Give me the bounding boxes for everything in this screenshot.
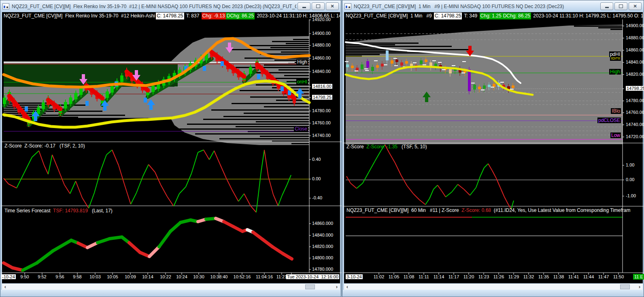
- chart-header: NQZ23_FUT_CME [CV][M] Flex Renko Inv 35-…: [3, 13, 340, 19]
- scroll-right-arrow-icon[interactable]: ›: [334, 284, 340, 290]
- scroll-left-arrow-icon[interactable]: ‹: [2, 284, 9, 290]
- time-axis-label: 11:21: [276, 274, 287, 279]
- price-axis-label: 14920.00: [312, 17, 331, 22]
- restore-button[interactable]: [614, 2, 627, 10]
- header-segment: 2023-10-24 11:31:10 H: 14799.25 L: 14795…: [531, 13, 643, 19]
- time-axis-label: 11:17: [448, 274, 459, 279]
- price-overlay-label: pdHI: [609, 51, 621, 57]
- time-axis-label: 11:04:16: [256, 274, 273, 279]
- time-axis-label: 11:38: [553, 274, 564, 279]
- panel-title-part: NQZ23_FUT_CME [CBV][M] 60 Min #11 | Z-Sc…: [346, 207, 461, 213]
- price-axis-label: 14780.00: [626, 98, 644, 103]
- price-axis-label: 14760.00: [312, 120, 331, 125]
- minimize-icon: [302, 7, 306, 8]
- header-segment: Chg: 1.25: [480, 13, 502, 19]
- time-axis-label: 11:23: [478, 274, 489, 279]
- time-axis-label: 11:08: [404, 274, 414, 279]
- time-axis-label: 10:30: [193, 274, 204, 279]
- time-axis-label: 11:35: [538, 274, 549, 279]
- titlebar-left[interactable]: NQZ23_FUT_CME [CV][M] Flex Renko Inv 35-…: [0, 0, 341, 12]
- panel-title-part: Z-Score: [346, 144, 366, 150]
- app-icon: [344, 3, 351, 9]
- time-axis-label: 9:52: [38, 274, 46, 279]
- app-icon: [2, 3, 9, 9]
- time-axis-label: 9:50: [20, 274, 29, 279]
- price-axis-label: 14860.00: [626, 47, 644, 52]
- header-segment: DChg: 86.25: [502, 13, 531, 19]
- price-axis-label: 14880.00: [312, 43, 331, 47]
- time-axis-label: 3-10-24: [346, 274, 363, 279]
- scrollbar-thumb[interactable]: [305, 284, 315, 289]
- close-button[interactable]: ✕: [326, 2, 339, 10]
- price-overlay-label: High: [609, 69, 621, 75]
- panel-title-part: Z-Score: [4, 143, 24, 149]
- minimize-icon: [605, 7, 609, 8]
- price-axis-label: 14798.25: [312, 95, 332, 100]
- titlebar-right[interactable]: NQZ23_FUT_CME [CBV][M] 1 Min #9 | E-MINI…: [342, 0, 644, 12]
- time-axis-label: 11:41: [568, 274, 579, 279]
- panel-title: NQZ23_FUT_CME [CBV][M] 60 Min #11 | Z-Sc…: [346, 207, 630, 213]
- header-segment: T: 837: [184, 13, 202, 19]
- price-axis-label: 14900.00: [626, 23, 644, 28]
- time-axis-label: Tue 2023-10-24 12:16:00: [286, 274, 339, 279]
- price-axis-label: 14820.000: [312, 244, 333, 249]
- close-button[interactable]: ✕: [629, 2, 642, 10]
- price-axis-label: 14840.000: [312, 233, 333, 237]
- time-axis-label: 10:03: [89, 274, 101, 279]
- price-axis-label: 14740.00: [626, 122, 644, 127]
- price-axis-label: 1.00: [626, 162, 634, 167]
- price-overlay-label: pdCLOSE: [597, 118, 621, 123]
- panel-title-part: TSF: 14793.819: [53, 208, 88, 214]
- scrollbar-thumb[interactable]: [620, 284, 630, 289]
- price-axis-label: 14800.000: [312, 255, 333, 260]
- price-overlay-label: High: [296, 59, 308, 65]
- panel-title-part: Time Series Forecast: [4, 208, 53, 214]
- price-axis-label: 14798.25: [626, 86, 644, 91]
- window-bottom-frame: [343, 290, 643, 296]
- header-segment: C: 14798.25: [156, 13, 184, 19]
- price-axis-label: 14816.00: [312, 84, 332, 89]
- scroll-left-arrow-icon[interactable]: ‹: [344, 284, 351, 290]
- header-segment: DChg: 86.25: [226, 13, 255, 19]
- price-overlay-label: Low: [610, 132, 621, 138]
- restore-icon: [316, 4, 320, 8]
- minimize-button[interactable]: [298, 2, 310, 10]
- time-axis-label: 10:24: [176, 274, 187, 279]
- time-axis-label: 10:38:40: [210, 274, 228, 279]
- time-axis-label: 11:05: [389, 274, 400, 279]
- panel-title-part: Z-Score: 0.68: [461, 207, 491, 213]
- panel-title-part: (TSF, 2, 10): [55, 143, 85, 149]
- close-icon: ✕: [633, 3, 637, 9]
- chart-window-right: NQZ23_FUT_CME [CBV][M] 1 Min #9 | E-MINI…: [342, 0, 644, 297]
- price-overlay-label: onHI: [296, 79, 308, 85]
- header-segment: C: 14798.25: [434, 13, 462, 19]
- panel-title-part: Z-Score: -0.17: [24, 143, 55, 149]
- price-axis-label: 14860.00: [312, 56, 331, 60]
- chart-window-left: NQZ23_FUT_CME [CV][M] Flex Renko Inv 35-…: [0, 0, 341, 297]
- time-axis-label: 11:50: [613, 274, 624, 279]
- price-axis-label: 0.00: [312, 176, 321, 181]
- time-axis-label: 10:05: [107, 274, 118, 279]
- restore-icon: [619, 4, 623, 8]
- minimize-button[interactable]: [600, 2, 613, 10]
- time-axis-label: 10:09: [125, 274, 136, 279]
- panel-title: Z-Score Z-Score: -1.35 (TSF, 5, 10): [346, 144, 427, 150]
- time-axis-label: 10:22: [160, 274, 171, 279]
- panel-title-part: Z-Score: -1.35: [366, 144, 397, 150]
- panel-title: Time Series Forecast TSF: 14793.819 (Las…: [4, 208, 113, 214]
- price-axis-label: 14900.00: [312, 31, 331, 36]
- window-title: NQZ23_FUT_CME [CV][M] Flex Renko Inv 35-…: [12, 4, 296, 9]
- header-segment: Chg: -9.13: [202, 13, 226, 19]
- time-axis-label: 9:56: [55, 274, 64, 279]
- scroll-right-arrow-icon[interactable]: ›: [636, 284, 643, 290]
- panel-title: Z-Score Z-Score: -0.17 (TSF, 2, 10): [4, 143, 85, 149]
- time-axis-label: 9:58: [73, 274, 81, 279]
- time-axis-label: 11:47: [598, 274, 609, 279]
- restore-button[interactable]: [312, 2, 325, 10]
- price-axis-label: 14880.00: [626, 35, 644, 40]
- price-overlay-label: Close: [294, 126, 308, 132]
- time-axis-label: 11:02: [374, 274, 385, 279]
- time-axis-label: 11:26: [493, 274, 504, 279]
- time-axis-label: -10-24: [1, 274, 16, 279]
- price-axis-label: 14780.00: [312, 108, 331, 113]
